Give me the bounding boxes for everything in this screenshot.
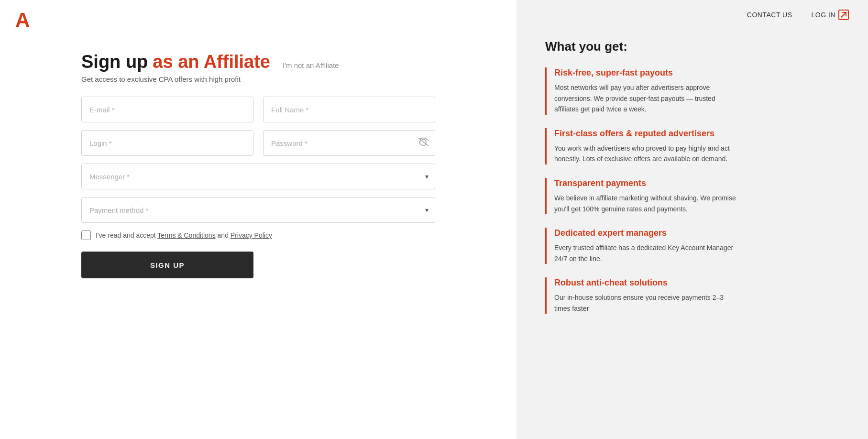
- contact-us-link[interactable]: CONTACT US: [747, 11, 792, 19]
- password-field-wrapper: [263, 130, 435, 156]
- login-password-row: [81, 130, 435, 156]
- benefit-title-4: Robust anti-cheat solutions: [554, 277, 844, 288]
- payment-row: Payment method * Bank Transfer PayPal Cr…: [81, 197, 435, 223]
- benefit-item-1: First-class offers & reputed advertisers…: [545, 128, 844, 165]
- right-header: CONTACT US LOG IN: [516, 0, 868, 30]
- benefit-title-1: First-class offers & reputed advertisers: [554, 128, 844, 139]
- login-link[interactable]: LOG IN: [812, 10, 849, 20]
- signup-button[interactable]: SIGN UP: [81, 252, 253, 278]
- email-input[interactable]: [81, 97, 253, 122]
- heading-black: Sign up: [81, 52, 148, 72]
- logo-icon: A: [14, 10, 35, 31]
- payment-wrapper: Payment method * Bank Transfer PayPal Cr…: [81, 197, 435, 223]
- terms-link[interactable]: Terms & Conditions: [157, 231, 215, 239]
- form-container: Sign up as an Affiliate I'm not an Affil…: [0, 42, 516, 439]
- and-text: and: [216, 231, 231, 239]
- benefit-desc-3: Every trusted affiliate has a dedicated …: [554, 242, 736, 264]
- privacy-link[interactable]: Privacy Policy: [231, 231, 272, 239]
- benefit-title-2: Transparent payments: [554, 178, 844, 189]
- benefit-item-3: Dedicated expert managers Every trusted …: [545, 228, 844, 264]
- email-field-wrapper: [81, 97, 253, 122]
- benefit-desc-0: Most networks will pay you after adverti…: [554, 82, 736, 114]
- messenger-select[interactable]: Messenger * Telegram Skype WhatsApp: [81, 164, 435, 189]
- terms-checkbox[interactable]: [81, 230, 91, 240]
- email-fullname-row: [81, 97, 435, 122]
- page-heading: Sign up as an Affiliate I'm not an Affil…: [81, 52, 435, 72]
- password-input[interactable]: [263, 130, 435, 156]
- benefit-desc-4: Our in-house solutions ensure you receiv…: [554, 292, 736, 314]
- left-panel: A Sign up as an Affiliate I'm not an Aff…: [0, 0, 516, 439]
- checkbox-prefix: I've read and accept: [96, 231, 157, 239]
- benefit-item-4: Robust anti-cheat solutions Our in-house…: [545, 277, 844, 314]
- terms-label[interactable]: I've read and accept Terms & Conditions …: [96, 231, 272, 239]
- messenger-wrapper: Messenger * Telegram Skype WhatsApp ▾: [81, 164, 435, 189]
- login-input[interactable]: [81, 130, 253, 156]
- svg-text:A: A: [15, 10, 30, 31]
- subtitle: Get access to exclusive CPA offers with …: [81, 75, 435, 83]
- what-you-get-title: What you get:: [545, 39, 844, 54]
- benefit-desc-1: You work with advertisers who proved to …: [554, 143, 736, 165]
- benefit-item-2: Transparent payments We believe in affil…: [545, 178, 844, 214]
- benefits-content: What you get: Risk-free, super-fast payo…: [516, 30, 868, 439]
- right-panel: CONTACT US LOG IN What you get: Risk-fre…: [516, 0, 868, 439]
- not-affiliate-link[interactable]: I'm not an Affiliate: [283, 61, 339, 69]
- fullname-input[interactable]: [263, 97, 435, 122]
- messenger-row: Messenger * Telegram Skype WhatsApp ▾: [81, 164, 435, 189]
- heading-red: as an Affiliate: [153, 52, 270, 72]
- fullname-field-wrapper: [263, 97, 435, 122]
- benefit-item-0: Risk-free, super-fast payouts Most netwo…: [545, 67, 844, 115]
- payment-select[interactable]: Payment method * Bank Transfer PayPal Cr…: [81, 197, 435, 223]
- logo-area: A: [0, 0, 516, 42]
- password-toggle-icon[interactable]: [418, 138, 429, 149]
- login-field-wrapper: [81, 130, 253, 156]
- login-arrow-icon: [838, 10, 849, 20]
- benefit-title-3: Dedicated expert managers: [554, 228, 844, 239]
- terms-checkbox-row: I've read and accept Terms & Conditions …: [81, 230, 435, 240]
- benefits-list: Risk-free, super-fast payouts Most netwo…: [545, 67, 844, 314]
- benefit-desc-2: We believe in affiliate marketing withou…: [554, 193, 736, 214]
- login-label: LOG IN: [812, 11, 835, 19]
- benefit-title-0: Risk-free, super-fast payouts: [554, 67, 844, 78]
